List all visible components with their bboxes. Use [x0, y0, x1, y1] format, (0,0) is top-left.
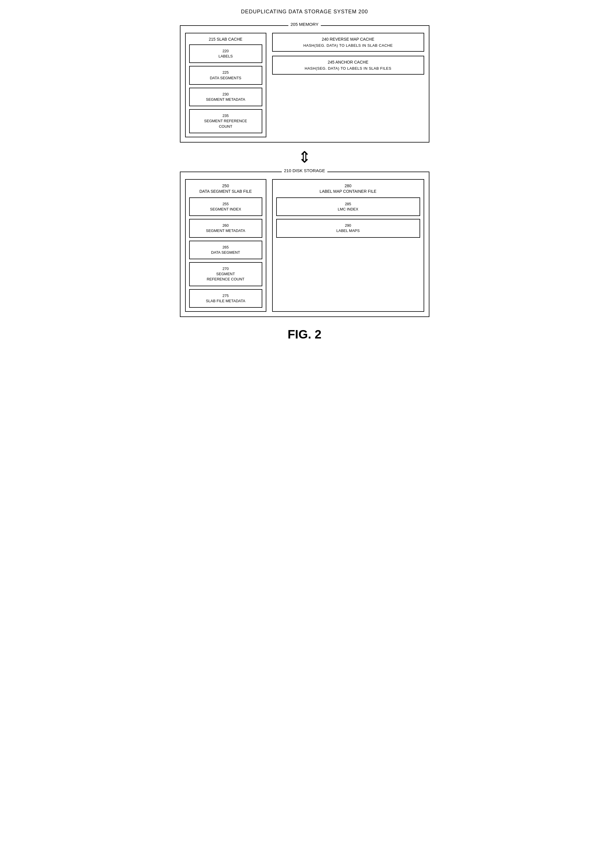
anchor-cache-box: 245 ANCHOR CACHE HASH(SEG. DATA) TO LABE… — [272, 56, 424, 74]
slab-cache-label: 215 SLAB CACHE — [189, 37, 262, 42]
anchor-cache-label: 245 ANCHOR CACHE — [277, 60, 419, 64]
disk-inner: 250DATA SEGMENT SLAB FILE 255SEGMENT IND… — [185, 179, 424, 312]
item-285: 285LMC INDEX — [276, 197, 420, 216]
page-title: DEDUPLICATING DATA STORAGE SYSTEM 200 — [241, 9, 368, 15]
right-caches: 240 REVERSE MAP CACHE HASH(SEG. DATA) TO… — [272, 33, 424, 137]
arrow-section: ⇕ — [298, 146, 311, 169]
item-225: 225DATA SEGMENTS — [189, 66, 262, 84]
item-260: 260SEGMENT METADATA — [189, 219, 262, 237]
fig-label: FIG. 2 — [287, 327, 322, 341]
slab-cache-box: 215 SLAB CACHE 220LABELS 225DATA SEGMENT… — [185, 33, 266, 137]
item-255: 255SEGMENT INDEX — [189, 197, 262, 216]
label-map-container-box: 280LABEL MAP CONTAINER FILE 285LMC INDEX… — [272, 179, 424, 312]
item-265: 265DATA SEGMENT — [189, 241, 262, 259]
item-235: 235SEGMENT REFERENCECOUNT — [189, 109, 262, 133]
memory-outer-box: 205 MEMORY 215 SLAB CACHE 220LABELS 225D… — [180, 25, 430, 143]
item-275: 275SLAB FILE METADATA — [189, 289, 262, 308]
item-290: 290LABEL MAPS — [276, 219, 420, 237]
item-230: 230SEGMENT METADATA — [189, 88, 262, 106]
memory-label: 205 MEMORY — [288, 22, 321, 27]
label-map-container-label: 280LABEL MAP CONTAINER FILE — [276, 183, 420, 194]
reverse-map-cache-box: 240 REVERSE MAP CACHE HASH(SEG. DATA) TO… — [272, 33, 424, 52]
anchor-cache-text: HASH(SEG. DATA) TO LABELS IN SLAB FILES — [277, 66, 419, 71]
bidirectional-arrow-icon: ⇕ — [298, 149, 311, 165]
reverse-map-cache-text: HASH(SEG. DATA) TO LABELS IN SLAB CACHE — [277, 43, 419, 48]
disk-label: 210 DISK STORAGE — [282, 168, 327, 173]
memory-inner: 215 SLAB CACHE 220LABELS 225DATA SEGMENT… — [185, 33, 424, 137]
item-270: 270SEGMENTREFERENCE COUNT — [189, 262, 262, 286]
reverse-map-cache-label: 240 REVERSE MAP CACHE — [277, 37, 419, 42]
disk-outer-box: 210 DISK STORAGE 250DATA SEGMENT SLAB FI… — [180, 172, 430, 317]
data-segment-slab-label: 250DATA SEGMENT SLAB FILE — [189, 183, 262, 194]
data-segment-slab-box: 250DATA SEGMENT SLAB FILE 255SEGMENT IND… — [185, 179, 266, 312]
item-220: 220LABELS — [189, 44, 262, 63]
